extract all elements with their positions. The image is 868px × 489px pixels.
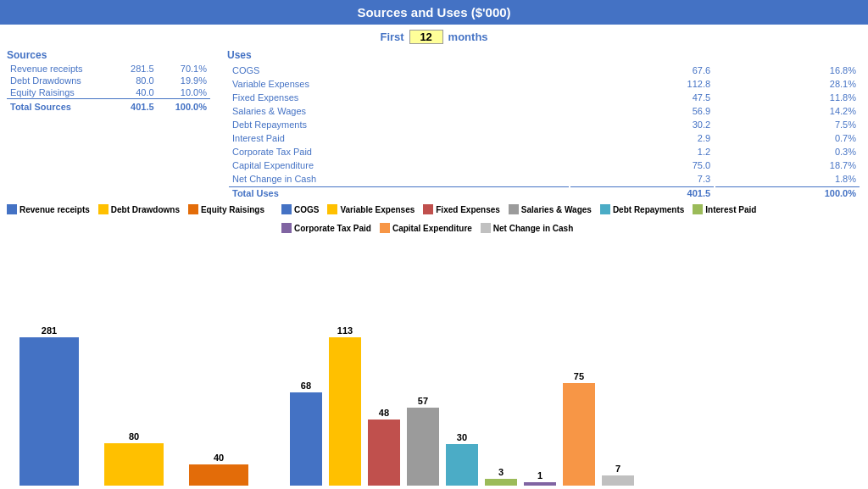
legend-item: COGS — [281, 204, 319, 214]
table-row: Corporate Tax Paid1.20.3% — [229, 146, 860, 158]
use-pct: 0.3% — [715, 146, 860, 158]
legend-color — [98, 204, 108, 214]
use-pct: 28.1% — [715, 78, 860, 90]
uses-total-row: Total Uses 401.5 100.0% — [229, 186, 860, 199]
use-label: Debt Repayments — [229, 119, 569, 131]
right-chart-section: COGSVariable ExpensesFixed ExpensesSalar… — [281, 204, 861, 486]
legend-label: Corporate Tax Paid — [294, 224, 371, 233]
sources-total-label: Total Sources — [7, 99, 116, 114]
sources-table: Revenue receipts281.570.1%Debt Drawdowns… — [7, 63, 210, 113]
use-pct: 18.7% — [715, 159, 860, 171]
right-bar-chart: 6811348573031757 — [281, 236, 861, 486]
use-label: COGS — [229, 64, 569, 76]
uses-section: Uses COGS67.616.8%Variable Expenses112.8… — [227, 49, 861, 201]
legend-item: Revenue receipts — [7, 204, 90, 214]
legend-color — [380, 223, 390, 233]
legend-label: Fixed Expenses — [436, 205, 500, 214]
legend-label: COGS — [294, 205, 319, 214]
bar-label: 30 — [457, 432, 467, 442]
bar-group: 7 — [602, 464, 634, 486]
bar-label: 75 — [574, 371, 584, 381]
legend-item: Salaries & Wages — [509, 204, 592, 214]
bar — [104, 443, 164, 486]
bar-label: 3 — [498, 467, 504, 477]
uses-total-pct: 100.0% — [715, 186, 860, 199]
use-value: 7.3 — [570, 173, 714, 185]
table-row: Salaries & Wages56.914.2% — [229, 105, 860, 117]
use-value: 2.9 — [570, 132, 714, 144]
use-label: Net Change in Cash — [229, 173, 569, 185]
left-legend: Revenue receiptsDebt DrawdownsEquity Rai… — [7, 204, 264, 214]
use-value: 112.8 — [570, 78, 714, 90]
sources-total-value: 401.5 — [116, 99, 158, 114]
right-legend: COGSVariable ExpensesFixed ExpensesSalar… — [281, 204, 861, 233]
use-pct: 7.5% — [715, 119, 860, 131]
legend-color — [281, 223, 292, 233]
uses-total-label: Total Uses — [229, 186, 569, 199]
legend-label: Debt Drawdowns — [111, 205, 180, 214]
legend-color — [509, 204, 519, 214]
use-pct: 16.8% — [715, 64, 860, 76]
source-value: 281.5 — [116, 63, 158, 75]
left-chart-section: Revenue receiptsDebt DrawdownsEquity Rai… — [7, 204, 264, 486]
bar-group: 281 — [19, 325, 79, 486]
table-row: Debt Repayments30.27.5% — [229, 119, 860, 131]
left-bar-chart: 2818040 — [7, 218, 264, 486]
bar-label: 7 — [615, 464, 620, 474]
source-label: Revenue receipts — [7, 63, 116, 75]
bar — [368, 420, 400, 486]
use-value: 30.2 — [570, 119, 714, 131]
legend-label: Revenue receipts — [19, 205, 90, 214]
use-label: Fixed Expenses — [229, 92, 569, 103]
bar — [446, 444, 478, 486]
table-row: Variable Expenses112.828.1% — [229, 78, 860, 90]
legend-label: Capital Expenditure — [392, 224, 472, 233]
bar-group: 57 — [407, 396, 439, 486]
legend-label: Interest Paid — [705, 205, 756, 214]
source-label: Debt Drawdowns — [7, 75, 116, 86]
legend-item: Capital Expenditure — [380, 223, 472, 233]
table-row: Interest Paid2.90.7% — [229, 132, 860, 144]
bar-label: 1 — [537, 470, 542, 481]
months-input[interactable] — [409, 30, 443, 44]
bar-group: 48 — [368, 408, 400, 486]
bar-label: 80 — [129, 431, 139, 442]
table-row: Debt Drawdowns80.019.9% — [7, 75, 210, 86]
table-row: Net Change in Cash7.31.8% — [229, 173, 860, 185]
page-header: Sources and Uses ($'000) — [0, 0, 868, 25]
legend-item: Equity Raisings — [188, 204, 264, 214]
sources-total-pct: 100.0% — [158, 99, 210, 114]
sources-section: Sources Revenue receipts281.570.1%Debt D… — [7, 49, 210, 201]
use-value: 75.0 — [570, 159, 714, 171]
use-label: Capital Expenditure — [229, 159, 569, 171]
bar-label: 68 — [301, 381, 311, 391]
legend-color — [481, 223, 491, 233]
use-value: 1.2 — [570, 146, 714, 158]
bar-label: 57 — [418, 396, 428, 406]
use-pct: 14.2% — [715, 105, 860, 117]
source-value: 40.0 — [116, 86, 158, 99]
table-row: Capital Expenditure75.018.7% — [229, 159, 860, 171]
legend-item: Corporate Tax Paid — [281, 223, 371, 233]
legend-item: Fixed Expenses — [423, 204, 500, 214]
legend-color — [693, 204, 703, 214]
bar — [19, 337, 79, 486]
first-label: First — [380, 31, 403, 43]
bar-group: 1 — [524, 470, 556, 486]
bar-group: 68 — [290, 381, 322, 486]
table-row: COGS67.616.8% — [229, 64, 860, 76]
legend-label: Net Change in Cash — [493, 224, 573, 233]
table-row: Revenue receipts281.570.1% — [7, 63, 210, 75]
source-value: 80.0 — [116, 75, 158, 86]
use-value: 67.6 — [570, 64, 714, 76]
bar — [524, 482, 556, 486]
use-label: Salaries & Wages — [229, 105, 569, 117]
use-pct: 0.7% — [715, 132, 860, 144]
bar-group: 40 — [189, 453, 248, 486]
use-value: 56.9 — [570, 105, 714, 117]
bar — [290, 392, 322, 486]
left-bars-container: 2818040 — [11, 316, 248, 486]
page-title: Sources and Uses ($'000) — [357, 5, 510, 19]
bar-group: 80 — [104, 431, 164, 486]
charts-row: Revenue receiptsDebt DrawdownsEquity Rai… — [0, 201, 868, 489]
